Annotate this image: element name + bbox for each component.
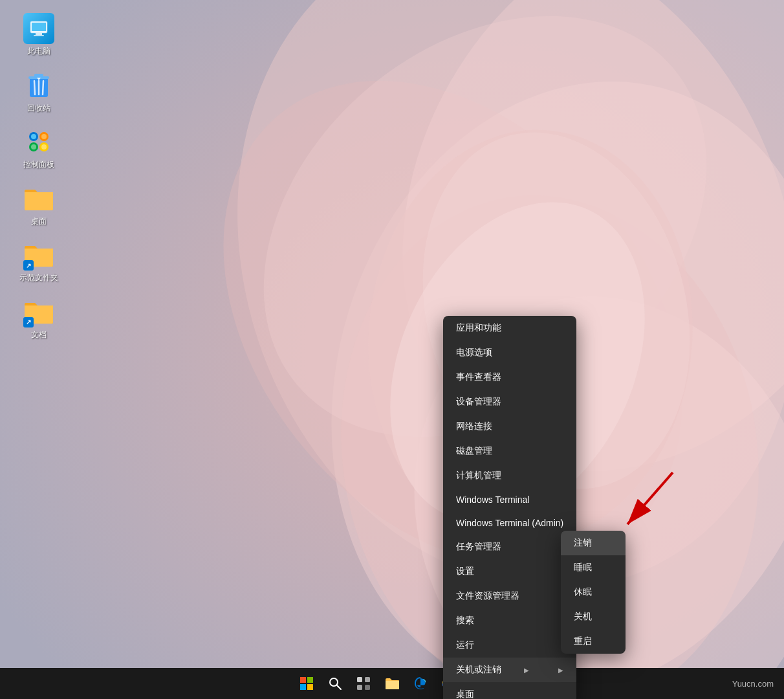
desktop-icon-folder-demo2-label: 示范文件夹 [19,273,58,283]
desktop-icon-control-panel[interactable]: 控制面板 [13,126,65,170]
desktop-icon-folder-demo2[interactable]: ↗ 示范文件夹 [13,239,65,283]
desktop-background [0,0,784,699]
svg-line-28 [627,472,673,524]
submenu-item-restart[interactable]: 重启 [561,629,626,654]
menu-item-network-connections[interactable]: 网络连接 [443,414,576,439]
submenu-shutdown: 注销 睡眠 休眠 关机 重启 [561,531,626,654]
desktop-icon-control-panel-label: 控制面板 [23,160,54,170]
menu-item-search[interactable]: 搜索 [443,608,576,633]
submenu-item-shutdown[interactable]: 关机 [561,605,626,629]
svg-rect-30 [307,677,313,683]
menu-item-shutdown-or-signout[interactable]: 关机或注销 ▶ [443,658,576,682]
menu-item-windows-terminal[interactable]: Windows Terminal [443,488,576,511]
menu-item-file-explorer[interactable]: 文件资源管理器 [443,584,576,608]
svg-rect-29 [300,677,306,683]
submenu-item-hibernate[interactable]: 休眠 [561,580,626,605]
menu-item-power-options[interactable]: 电源选项 [443,340,576,365]
taskbar-edge-icon[interactable] [408,671,433,696]
svg-point-26 [41,144,47,150]
svg-rect-37 [357,685,362,690]
svg-rect-35 [357,677,362,682]
svg-rect-38 [365,685,370,690]
desktop-icon-recycle-bin[interactable]: 回收站 [13,70,65,114]
desktop-icon-folder-docs-label: 文档 [31,330,47,340]
menu-item-desktop[interactable]: 桌面 [443,682,576,699]
taskbar-right-area: Yuucn.com [732,679,774,689]
taskbar-task-view-button[interactable] [351,671,376,696]
menu-item-apps-features[interactable]: 应用和功能 [443,316,576,340]
svg-rect-18 [34,74,43,78]
svg-rect-32 [307,684,313,690]
taskbar-file-explorer-button[interactable] [379,671,405,696]
desktop-icons-container: 此电脑 回收站 [13,13,65,340]
watermark-text: Yuucn.com [732,679,774,689]
menu-item-run[interactable]: 运行 [443,633,576,658]
desktop-icon-this-pc-label: 此电脑 [27,47,50,57]
svg-line-34 [337,685,341,689]
svg-point-24 [31,144,36,150]
svg-point-22 [41,134,47,139]
desktop-icon-folder-desktop[interactable]: 桌面 [13,183,65,227]
desktop-icon-folder-docs[interactable]: ↗ 文档 [13,296,65,340]
submenu-item-sleep[interactable]: 睡眠 [561,555,626,580]
menu-item-device-manager[interactable]: 设备管理器 [443,390,576,414]
desktop-icon-recycle-bin-label: 回收站 [27,104,50,114]
menu-item-windows-terminal-admin[interactable]: Windows Terminal (Admin) [443,511,576,535]
svg-rect-13 [32,23,46,31]
desktop-icon-this-pc[interactable]: 此电脑 [13,13,65,57]
menu-item-settings[interactable]: 设置 [443,559,576,584]
arrow-annotation [608,466,686,544]
menu-item-computer-management[interactable]: 计算机管理 [443,463,576,488]
taskbar-start-button[interactable] [294,671,320,696]
context-menu: 应用和功能 电源选项 事件查看器 设备管理器 网络连接 磁盘管理 计算机管理 W… [443,316,576,699]
taskbar: Yuucn.com [0,668,784,699]
svg-point-33 [330,678,338,686]
menu-item-event-viewer[interactable]: 事件查看器 [443,365,576,390]
svg-rect-15 [34,35,44,36]
svg-rect-31 [300,684,306,690]
svg-rect-14 [36,33,42,35]
menu-item-disk-management[interactable]: 磁盘管理 [443,439,576,463]
taskbar-search-button[interactable] [322,671,348,696]
desktop-icon-folder-desktop-label: 桌面 [31,217,47,227]
svg-rect-36 [365,677,370,682]
svg-point-20 [31,134,36,139]
menu-item-task-manager[interactable]: 任务管理器 [443,535,576,559]
